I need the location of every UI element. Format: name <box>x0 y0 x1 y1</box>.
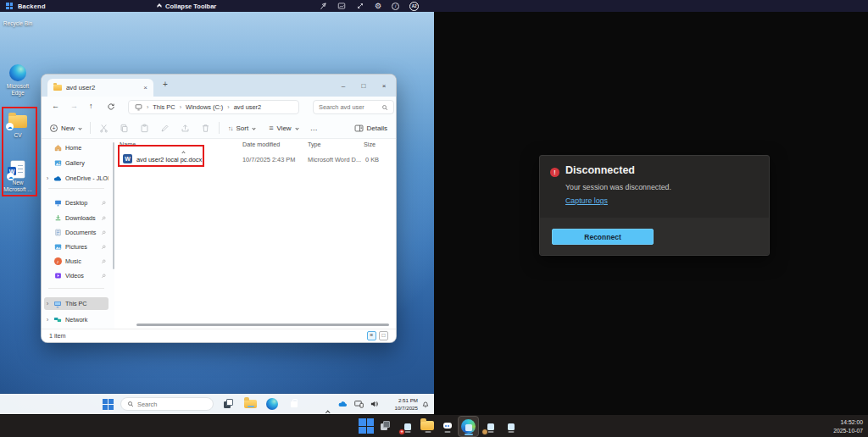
windows-logo-icon <box>6 3 13 9</box>
chevron-right-icon[interactable]: › <box>47 175 50 181</box>
app-icon-with-badge[interactable]: + <box>400 418 415 434</box>
app-title: Backend <box>18 3 46 10</box>
explorer-search-input[interactable] <box>319 103 379 111</box>
breadcrumb-drive[interactable]: Windows (C:) <box>186 103 223 111</box>
pin-toolbar-icon[interactable] <box>319 2 327 10</box>
tab-close-icon[interactable]: × <box>143 84 147 91</box>
capture-logs-link[interactable]: Capture logs <box>565 196 608 205</box>
chevron-right-icon[interactable]: › <box>47 301 50 307</box>
windows-app-icon-active[interactable] <box>458 416 479 437</box>
notification-bell-icon[interactable] <box>421 400 430 408</box>
start-button[interactable] <box>359 418 374 434</box>
breadcrumb-separator: › <box>227 104 229 110</box>
pin-icon <box>101 201 106 206</box>
sidebar-item-music[interactable]: ♪ Music <box>44 255 108 268</box>
forward-button[interactable]: → <box>70 102 78 110</box>
taskbar-clock[interactable]: 2:51 PM 10/7/2025 <box>382 397 418 412</box>
remote-desktop-pane: ♻ Recycle Bin Microsoft Edge ☁ CV W ☁ Ne… <box>0 12 434 414</box>
view-button[interactable]: ≡ View <box>269 124 298 132</box>
file-name[interactable]: avd user2 local pc.docx <box>136 156 202 163</box>
music-icon: ♪ <box>53 257 62 265</box>
minimize-button[interactable]: – <box>333 82 353 90</box>
task-view-button[interactable] <box>381 421 396 436</box>
this-pc-icon <box>53 300 62 308</box>
volume-tray-icon[interactable] <box>370 400 378 408</box>
screenshot-icon[interactable] <box>337 2 346 10</box>
videos-icon <box>53 272 62 279</box>
sidebar-item-desktop[interactable]: Desktop <box>44 196 108 209</box>
file-row[interactable]: W avd user2 local pc.docx 10/7/2025 2:43… <box>114 152 396 169</box>
sidebar-item-gallery[interactable]: Gallery <box>44 157 108 169</box>
explorer-search[interactable] <box>313 100 394 114</box>
windows-app-icon-3[interactable] <box>504 418 519 434</box>
running-indicator <box>509 431 515 433</box>
paste-icon[interactable] <box>140 124 149 133</box>
large-icons-view-toggle[interactable]: □ <box>379 331 388 340</box>
fullscreen-icon[interactable] <box>356 2 364 10</box>
maximize-button[interactable]: □ <box>353 82 374 90</box>
sidebar-item-home[interactable]: Home <box>44 141 108 154</box>
file-explorer-taskbar-icon[interactable] <box>244 400 257 408</box>
up-button[interactable]: ↑ <box>89 102 93 110</box>
taskbar-search[interactable] <box>120 397 214 411</box>
edge-taskbar-icon[interactable] <box>266 398 278 410</box>
reconnect-button[interactable]: Reconnect <box>552 229 654 245</box>
desktop-icon-cv-folder[interactable]: ☁ CV <box>1 112 35 139</box>
avatar[interactable]: A2 <box>409 2 419 11</box>
refresh-button[interactable] <box>107 102 115 111</box>
sidebar-item-documents[interactable]: Documents <box>44 226 108 239</box>
cast-device-tray-icon[interactable] <box>354 400 364 408</box>
explorer-tab[interactable]: avd user2 × <box>47 79 153 97</box>
copilot-app-icon[interactable] <box>440 418 455 434</box>
system-date: 2025-10-07 <box>833 427 863 435</box>
details-view-toggle[interactable]: ≡ <box>367 331 376 340</box>
close-button[interactable]: × <box>374 82 394 90</box>
new-button[interactable]: + New <box>50 124 81 132</box>
sidebar-item-this-pc[interactable]: › This PC <box>44 297 108 310</box>
sort-button[interactable]: ↑↓ Sort <box>228 124 255 132</box>
collapse-toolbar-button[interactable]: Collapse Toolbar <box>158 0 216 12</box>
sidebar-item-videos[interactable]: Videos <box>44 269 108 282</box>
breadcrumb[interactable]: › This PC › Windows (C:) › avd user2 <box>128 100 299 114</box>
settings-gear-icon[interactable]: ⚙ <box>375 3 381 10</box>
sidebar-item-onedrive[interactable]: › OneDrive - JLOL <box>44 172 108 185</box>
hidden-icons-chevron[interactable] <box>326 402 330 414</box>
running-indicator <box>426 431 431 433</box>
taskbar-search-input[interactable] <box>137 401 207 408</box>
desktop-icon-label: CV <box>1 132 35 139</box>
file-explorer-taskbar-icon[interactable] <box>420 418 436 434</box>
info-icon[interactable]: i <box>392 3 399 10</box>
delete-icon[interactable] <box>201 124 210 133</box>
column-header-size[interactable]: Size <box>364 141 376 148</box>
share-icon[interactable] <box>181 124 190 133</box>
onedrive-sync-icon: ☁ <box>6 123 14 130</box>
onedrive-tray-icon[interactable] <box>338 400 348 407</box>
breadcrumb-this-pc[interactable]: This PC <box>153 103 175 111</box>
windows-app-icon-2[interactable] <box>483 418 498 434</box>
chevron-right-icon[interactable]: › <box>47 317 50 323</box>
sidebar-item-downloads[interactable]: Downloads <box>44 212 108 224</box>
copy-icon[interactable] <box>120 124 129 133</box>
rename-icon[interactable] <box>160 124 170 133</box>
address-bar: ← → ↑ › This PC › Windows (C:) › avd use… <box>42 97 396 118</box>
back-button[interactable]: ← <box>52 102 59 110</box>
breadcrumb-folder[interactable]: avd user2 <box>234 103 261 111</box>
more-options-button[interactable]: … <box>310 124 319 132</box>
details-pane-button[interactable]: Details <box>354 124 387 133</box>
cut-icon[interactable] <box>99 124 108 133</box>
start-button[interactable] <box>103 399 114 410</box>
sidebar-item-pictures[interactable]: Pictures <box>44 241 108 253</box>
column-header-date[interactable]: Date modified <box>242 141 280 148</box>
dialog-footer: Reconnect <box>540 218 769 255</box>
new-tab-button[interactable]: + <box>163 80 168 89</box>
horizontal-scrollbar[interactable] <box>136 324 389 326</box>
system-clock[interactable]: 14:52:00 2025-10-07 <box>833 418 863 435</box>
column-header-type[interactable]: Type <box>308 141 321 148</box>
word-file-icon: W <box>123 154 132 163</box>
desktop-icon-recycle-bin[interactable]: ♻ Recycle Bin <box>1 19 35 27</box>
desktop-icon-microsoft-edge[interactable]: Microsoft Edge <box>1 64 35 97</box>
sidebar-item-network[interactable]: › Network <box>44 313 108 326</box>
desktop-icon-word-doc[interactable]: W ☁ New Microsoft ... <box>1 161 35 193</box>
documents-icon <box>53 229 62 236</box>
column-header-name[interactable]: Name <box>120 141 136 148</box>
